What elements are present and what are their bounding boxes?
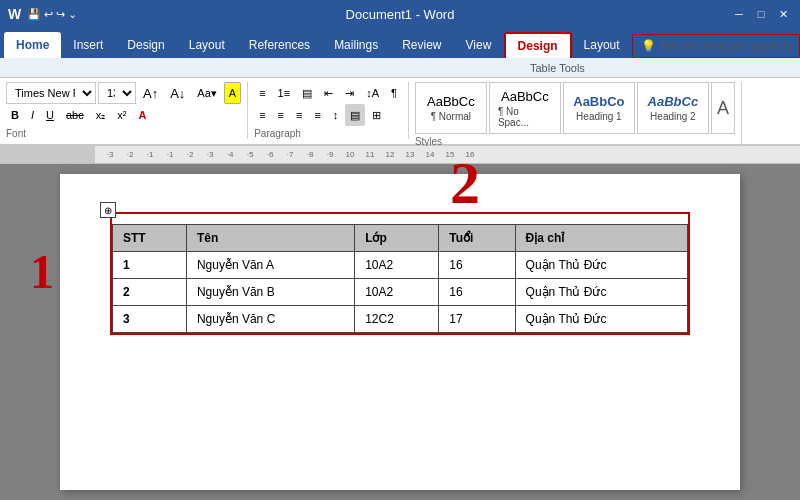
document-page: ⊕ STT Tên Lớp Tuổi Địa chỉ 1 Nguyễn Văn … — [60, 174, 740, 490]
cell-diachi-1: Quận Thủ Đức — [515, 252, 687, 279]
tab-insert[interactable]: Insert — [61, 32, 115, 58]
lightbulb-icon: 💡 — [641, 39, 656, 53]
increase-indent-button[interactable]: ⇥ — [340, 82, 359, 104]
highlight-button[interactable]: A — [224, 82, 241, 104]
para-row2: ≡ ≡ ≡ ≡ ↕ ▤ ⊞ — [254, 104, 386, 126]
paragraph-group: ≡ 1≡ ▤ ⇤ ⇥ ↕A ¶ ≡ ≡ ≡ ≡ ↕ ▤ ⊞ Paragraph — [254, 82, 409, 139]
table-wrapper: ⊕ STT Tên Lớp Tuổi Địa chỉ 1 Nguyễn Văn … — [110, 212, 690, 335]
style-more[interactable]: A — [711, 82, 735, 134]
quick-access: 💾 ↩ ↪ ⌄ — [27, 8, 77, 21]
word-icon: W — [8, 6, 21, 22]
borders-button[interactable]: ⊞ — [367, 104, 386, 126]
tab-home[interactable]: Home — [4, 32, 61, 58]
line-spacing-button[interactable]: ↕ — [328, 104, 344, 126]
sort-button[interactable]: ↕A — [361, 82, 384, 104]
align-center-button[interactable]: ≡ — [273, 104, 289, 126]
table-row: 3 Nguyễn Văn C 12C2 17 Quận Thủ Đức — [113, 306, 688, 333]
align-left-button[interactable]: ≡ — [254, 104, 270, 126]
table-tools-bar: Table Tools — [0, 58, 800, 78]
col-lop-header: Lớp — [355, 225, 439, 252]
move-icon: ⊕ — [104, 205, 112, 216]
close-button[interactable]: ✕ — [774, 5, 792, 23]
col-stt-header: STT — [113, 225, 187, 252]
tab-table-layout[interactable]: Layout — [572, 32, 632, 58]
cell-ten-3: Nguyễn Văn C — [186, 306, 354, 333]
multilevel-button[interactable]: ▤ — [297, 82, 317, 104]
minimize-button[interactable]: ─ — [730, 5, 748, 23]
document-title: Document1 - Word — [346, 7, 455, 22]
table-tools-label: Table Tools — [530, 62, 585, 74]
table-row: 1 Nguyễn Văn A 10A2 16 Quận Thủ Đức — [113, 252, 688, 279]
table-header: STT Tên Lớp Tuổi Địa chỉ — [113, 225, 688, 252]
ribbon: Times New Ro 13 A↑ A↓ Aa▾ A B I U abc x₂… — [0, 78, 800, 146]
table-header-row: STT Tên Lớp Tuổi Địa chỉ — [113, 225, 688, 252]
styles-items: AaBbCc ¶ Normal AaBbCc ¶ No Spac... AaBb… — [415, 82, 735, 134]
tab-references[interactable]: References — [237, 32, 322, 58]
para-group-label: Paragraph — [254, 128, 301, 139]
style-no-space[interactable]: AaBbCc ¶ No Spac... — [489, 82, 561, 134]
numbering-button[interactable]: 1≡ — [273, 82, 296, 104]
table-move-handle[interactable]: ⊕ — [100, 202, 116, 218]
tab-mailings[interactable]: Mailings — [322, 32, 390, 58]
show-marks-button[interactable]: ¶ — [386, 82, 402, 104]
style-heading2[interactable]: AaBbCc Heading 2 — [637, 82, 709, 134]
cell-diachi-2: Quận Thủ Đức — [515, 279, 687, 306]
tab-design[interactable]: Design — [115, 32, 176, 58]
cell-ten-2: Nguyễn Văn B — [186, 279, 354, 306]
document-table[interactable]: STT Tên Lớp Tuổi Địa chỉ 1 Nguyễn Văn A … — [112, 224, 688, 333]
shading-button[interactable]: ▤ — [345, 104, 365, 126]
col-diachi-header: Địa chỉ — [515, 225, 687, 252]
tab-review[interactable]: Review — [390, 32, 453, 58]
font-size-select[interactable]: 13 — [98, 82, 136, 104]
tell-me-box[interactable]: 💡 Tell me what you want to — [632, 34, 800, 58]
bullets-button[interactable]: ≡ — [254, 82, 270, 104]
change-case-button[interactable]: Aa▾ — [192, 82, 221, 104]
style-heading2-label: Heading 2 — [650, 111, 696, 122]
tab-table-design[interactable]: Design — [504, 32, 572, 58]
style-heading1-label: Heading 1 — [576, 111, 622, 122]
font-color-button[interactable]: A — [133, 104, 151, 126]
ruler: ·3 ·2 ·1 ·1 ·2 ·3 ·4 ·5 ·6 ·7 ·8 ·9 10 1… — [0, 146, 800, 164]
para-row1: ≡ 1≡ ▤ ⇤ ⇥ ↕A ¶ — [254, 82, 402, 104]
col-tuoi-header: Tuổi — [439, 225, 515, 252]
font-family-select[interactable]: Times New Ro — [6, 82, 96, 104]
style-normal-label: ¶ Normal — [431, 111, 471, 122]
strikethrough-button[interactable]: abc — [61, 104, 89, 126]
tell-me-text: Tell me what you want to — [660, 39, 791, 53]
superscript-button[interactable]: x² — [112, 104, 131, 126]
style-heading1-sample: AaBbCo — [573, 94, 624, 109]
font-shrink-button[interactable]: A↓ — [165, 82, 190, 104]
font-row1: Times New Ro 13 A↑ A↓ Aa▾ A — [6, 82, 241, 104]
italic-button[interactable]: I — [26, 104, 39, 126]
font-grow-button[interactable]: A↑ — [138, 82, 163, 104]
tab-layout[interactable]: Layout — [177, 32, 237, 58]
document-area: 1 2 ⊕ STT Tên Lớp Tuổi Địa chỉ — [0, 164, 800, 500]
bold-button[interactable]: B — [6, 104, 24, 126]
tab-view[interactable]: View — [454, 32, 504, 58]
justify-button[interactable]: ≡ — [309, 104, 325, 126]
cell-stt-2: 2 — [113, 279, 187, 306]
table-body: 1 Nguyễn Văn A 10A2 16 Quận Thủ Đức 2 Ng… — [113, 252, 688, 333]
window-controls[interactable]: ─ □ ✕ — [730, 5, 792, 23]
annotation-2: 2 — [450, 164, 480, 218]
table-row: 2 Nguyễn Văn B 10A2 16 Quận Thủ Đức — [113, 279, 688, 306]
style-no-space-sample: AaBbCc — [501, 89, 549, 104]
align-right-button[interactable]: ≡ — [291, 104, 307, 126]
title-bar: W 💾 ↩ ↪ ⌄ Document1 - Word ─ □ ✕ — [0, 0, 800, 28]
cell-ten-1: Nguyễn Văn A — [186, 252, 354, 279]
styles-group: AaBbCc ¶ Normal AaBbCc ¶ No Spac... AaBb… — [415, 82, 742, 147]
subscript-button[interactable]: x₂ — [91, 104, 111, 126]
style-heading1[interactable]: AaBbCo Heading 1 — [563, 82, 635, 134]
underline-button[interactable]: U — [41, 104, 59, 126]
font-group: Times New Ro 13 A↑ A↓ Aa▾ A B I U abc x₂… — [6, 82, 248, 139]
font-row2: B I U abc x₂ x² A — [6, 104, 151, 126]
annotation-1: 1 — [30, 244, 54, 299]
cell-lop-3: 12C2 — [355, 306, 439, 333]
ruler-marks: ·3 ·2 ·1 ·1 ·2 ·3 ·4 ·5 ·6 ·7 ·8 ·9 10 1… — [100, 150, 480, 159]
styles-arrow-icon: A — [717, 98, 729, 119]
decrease-indent-button[interactable]: ⇤ — [319, 82, 338, 104]
cell-lop-2: 10A2 — [355, 279, 439, 306]
style-normal[interactable]: AaBbCc ¶ Normal — [415, 82, 487, 134]
maximize-button[interactable]: □ — [752, 5, 770, 23]
cell-tuoi-2: 16 — [439, 279, 515, 306]
